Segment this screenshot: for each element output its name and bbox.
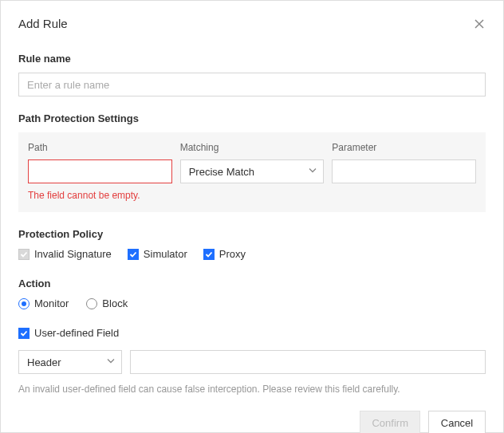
matching-value[interactable] [180, 159, 325, 183]
simulator-checkbox[interactable]: Simulator [128, 248, 187, 260]
radio-label: Monitor [34, 297, 69, 309]
policy-label: Protection Policy [18, 228, 486, 240]
checkbox-icon [18, 249, 30, 260]
radio-label: Block [102, 297, 128, 309]
path-settings-label: Path Protection Settings [18, 112, 486, 124]
policy-row: Invalid Signature Simulator Proxy [18, 248, 486, 260]
invalid-signature-checkbox: Invalid Signature [18, 248, 112, 260]
user-defined-inputs [18, 350, 486, 374]
parameter-col-label: Parameter [332, 142, 476, 153]
user-defined-value-input[interactable] [130, 350, 486, 374]
dialog-footer: Confirm Cancel [18, 411, 486, 433]
path-col-label: Path [28, 142, 172, 153]
matching-col-label: Matching [180, 142, 325, 153]
checkbox-label: Invalid Signature [34, 248, 112, 260]
parameter-input[interactable] [332, 159, 476, 183]
close-icon[interactable] [473, 18, 486, 30]
hint-text: An invalid user-defined field can cause … [18, 384, 486, 395]
dialog-title: Add Rule [18, 17, 68, 30]
radio-icon [86, 298, 97, 309]
checkbox-label: User-defined Field [34, 327, 119, 339]
dialog-header: Add Rule [18, 17, 486, 30]
confirm-button[interactable]: Confirm [360, 411, 420, 433]
user-defined-type-value[interactable] [18, 350, 122, 374]
checkbox-icon [128, 249, 139, 260]
checkbox-label: Proxy [219, 248, 246, 260]
checkbox-label: Simulator [144, 248, 187, 260]
checkbox-icon [18, 328, 30, 339]
path-input[interactable] [28, 159, 172, 183]
action-label: Action [18, 278, 486, 289]
path-settings-box: Path Matching Parameter The field cannot… [18, 132, 486, 212]
monitor-radio[interactable]: Monitor [18, 297, 69, 309]
user-defined-type-select[interactable] [18, 350, 122, 374]
checkbox-icon [203, 249, 215, 260]
matching-select[interactable] [180, 159, 325, 183]
rule-name-label: Rule name [18, 53, 486, 65]
cancel-button[interactable]: Cancel [428, 411, 486, 433]
user-defined-checkbox[interactable]: User-defined Field [18, 327, 486, 339]
add-rule-dialog: Add Rule Rule name Path Protection Setti… [0, 0, 504, 433]
radio-icon [18, 298, 30, 309]
action-row: Monitor Block [18, 297, 486, 309]
proxy-checkbox[interactable]: Proxy [203, 248, 246, 260]
path-error-text: The field cannot be empty. [28, 190, 476, 201]
rule-name-input[interactable] [18, 73, 486, 96]
block-radio[interactable]: Block [86, 297, 128, 309]
